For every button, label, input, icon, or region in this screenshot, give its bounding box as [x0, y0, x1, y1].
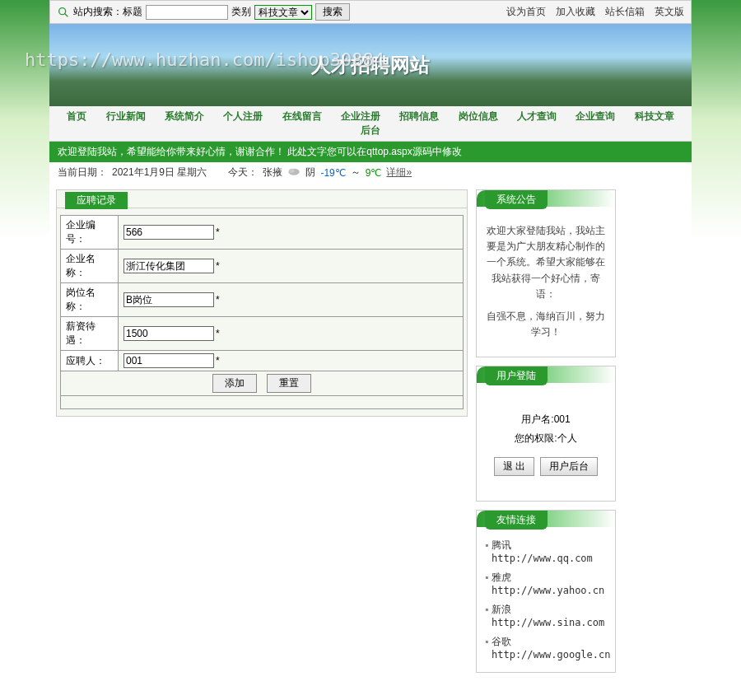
today-label: 今天：: [228, 166, 258, 180]
date-bar: 当前日期： 2021年1月9日 星期六 今天： 张掖 阴 -19℃ ～ 9℃ 详…: [49, 162, 692, 183]
label-position: 岗位名称：: [61, 283, 119, 317]
link-name: 谷歌: [492, 636, 511, 647]
required-mark: *: [216, 226, 220, 238]
links-panel: 友情连接 腾讯http://www.qq.com 雅虎http://www.ya…: [476, 510, 616, 673]
date-prefix: 当前日期：: [58, 166, 107, 180]
label-salary: 薪资待遇：: [61, 317, 119, 351]
table-row: 薪资待遇： *: [61, 317, 464, 351]
table-row: 企业名称： *: [61, 250, 464, 283]
login-title: 用户登陆: [485, 366, 548, 385]
label-applicant: 应聘人：: [61, 351, 119, 371]
search-label: 站内搜索：标题: [73, 5, 142, 19]
reset-button[interactable]: 重置: [267, 374, 311, 393]
site-title: 人才招聘网站: [311, 52, 430, 78]
perm-value: 个人: [557, 432, 577, 444]
user-value: 001: [554, 413, 571, 425]
nav-news[interactable]: 行业新闻: [98, 110, 154, 122]
link-url[interactable]: http://www.yahoo.cn: [492, 585, 604, 596]
link-webmaster[interactable]: 站长信箱: [605, 5, 645, 19]
user-label: 用户名:: [521, 413, 553, 425]
link-item: 新浪http://www.sina.com: [485, 600, 607, 632]
nav-position[interactable]: 岗位信息: [450, 110, 506, 122]
application-record-panel: 应聘记录 企业编号： * 企业名称： * 岗位名称：: [56, 189, 468, 417]
link-english[interactable]: 英文版: [655, 5, 684, 19]
nav-tech[interactable]: 科技文章: [627, 110, 683, 122]
banner: 人才招聘网站: [49, 24, 692, 106]
link-url[interactable]: http://www.google.cn: [492, 649, 611, 660]
nav-company-search[interactable]: 企业查询: [567, 110, 623, 122]
category-label: 类别: [231, 5, 251, 19]
link-item: 雅虎http://www.yahoo.cn: [485, 567, 607, 600]
input-salary[interactable]: [124, 326, 214, 341]
svg-point-3: [289, 169, 295, 173]
notice-text2: 自强不息，海纳百川，努力学习！: [485, 309, 607, 340]
input-applicant[interactable]: [124, 353, 214, 368]
input-company-name[interactable]: [124, 259, 214, 273]
nav-home[interactable]: 首页: [58, 110, 95, 122]
table-row: 岗位名称： *: [61, 283, 464, 317]
weather-desc: 阴: [305, 166, 315, 180]
nav-intro[interactable]: 系统简介: [156, 110, 212, 122]
notice-title: 系统公告: [485, 190, 548, 209]
notice-text: 欢迎大家登陆我站，我站主要是为广大朋友精心制作的一个系统。希望大家能够在我站获得…: [485, 223, 607, 302]
nav-message[interactable]: 在线留言: [274, 110, 330, 122]
search-button[interactable]: 搜索: [315, 3, 350, 21]
input-position[interactable]: [124, 292, 214, 307]
label-company-id: 企业编号：: [61, 216, 119, 250]
link-add-fav[interactable]: 加入收藏: [556, 5, 595, 19]
notice-panel: 系统公告 欢迎大家登陆我站，我站主要是为广大朋友精心制作的一个系统。希望大家能够…: [476, 189, 616, 357]
link-url[interactable]: http://www.sina.com: [492, 617, 604, 628]
required-mark: *: [216, 260, 220, 272]
add-button[interactable]: 添加: [212, 374, 257, 393]
table-row: 企业编号： *: [61, 216, 464, 250]
main-nav: 首页 行业新闻 系统简介 个人注册 在线留言 企业注册 招聘信息 岗位信息 人才…: [49, 106, 692, 142]
login-panel: 用户登陆 用户名:001 您的权限:个人 退 出 用户后台: [476, 366, 616, 502]
current-date: 2021年1月9日 星期六: [112, 166, 207, 180]
nav-company-reg[interactable]: 企业注册: [333, 110, 389, 122]
nav-talent-search[interactable]: 人才查询: [509, 110, 565, 122]
nav-recruit[interactable]: 招聘信息: [391, 110, 447, 122]
link-item: 腾讯http://www.qq.com: [485, 535, 607, 567]
logout-button[interactable]: 退 出: [494, 457, 534, 476]
link-name: 新浪: [492, 604, 511, 615]
table-row: [61, 396, 464, 409]
links-title: 友情连接: [485, 511, 548, 530]
label-company-name: 企业名称：: [61, 250, 119, 283]
link-name: 腾讯: [492, 539, 511, 551]
required-mark: *: [216, 355, 220, 366]
topbar-links: 设为首页 加入收藏 站长信箱 英文版: [506, 5, 684, 19]
weather-detail-link[interactable]: 详细»: [386, 166, 412, 180]
input-company-id[interactable]: [124, 225, 214, 240]
link-set-home[interactable]: 设为首页: [506, 5, 546, 19]
temp-sep: ～: [351, 166, 361, 180]
cloud-icon: [287, 166, 301, 179]
svg-line-1: [64, 13, 68, 16]
top-toolbar: 站内搜索：标题 类别 科技文章 搜索 设为首页 加入收藏 站长信箱 英文版: [49, 0, 692, 24]
temp-high: 9℃: [366, 167, 382, 179]
application-form: 企业编号： * 企业名称： * 岗位名称： * 薪资待遇：: [60, 215, 464, 409]
required-mark: *: [216, 294, 220, 306]
perm-label: 您的权限:: [515, 432, 557, 444]
nav-personal-reg[interactable]: 个人注册: [215, 110, 271, 122]
temp-low: -19℃: [320, 167, 345, 179]
category-select[interactable]: 科技文章: [254, 5, 312, 20]
link-item: 谷歌http://www.google.cn: [485, 632, 607, 664]
table-row: 添加 重置: [61, 371, 464, 396]
weather-city: 张掖: [263, 166, 282, 180]
form-title: 应聘记录: [65, 192, 128, 209]
required-mark: *: [216, 328, 220, 339]
user-backend-button[interactable]: 用户后台: [540, 457, 598, 476]
link-name: 雅虎: [492, 572, 511, 583]
nav-admin[interactable]: 后台: [352, 124, 389, 136]
table-row: 应聘人： *: [61, 351, 464, 371]
welcome-bar: 欢迎登陆我站，希望能给你带来好心情，谢谢合作！ 此处文字您可以在qttop.as…: [49, 142, 692, 162]
link-url[interactable]: http://www.qq.com: [492, 553, 593, 564]
search-input[interactable]: [146, 5, 228, 20]
search-icon: [57, 6, 70, 19]
